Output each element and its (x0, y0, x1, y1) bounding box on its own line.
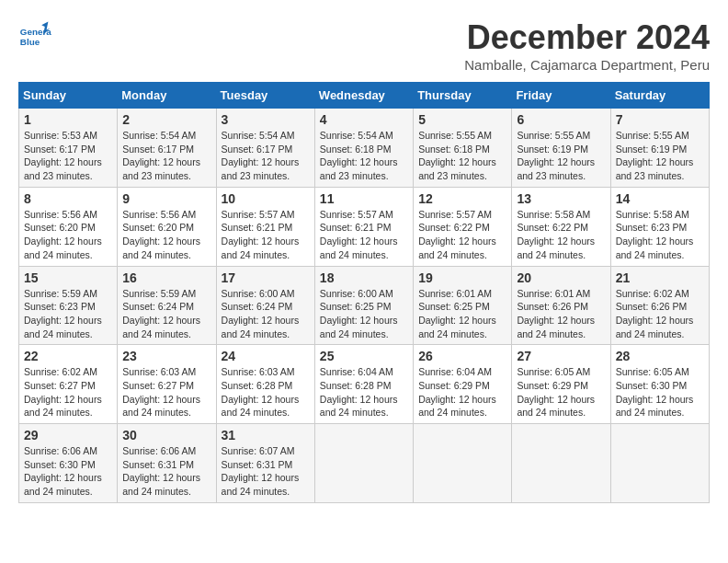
weekday-header-wednesday: Wednesday (314, 83, 413, 109)
calendar-cell: 18Sunrise: 6:00 AMSunset: 6:25 PMDayligh… (314, 266, 413, 345)
calendar-cell: 8Sunrise: 5:56 AMSunset: 6:20 PMDaylight… (19, 187, 118, 266)
calendar-cell: 21Sunrise: 6:02 AMSunset: 6:26 PMDayligh… (610, 266, 709, 345)
day-number: 4 (320, 112, 408, 127)
calendar-table: SundayMondayTuesdayWednesdayThursdayFrid… (18, 82, 710, 503)
day-number: 16 (122, 270, 210, 285)
day-info: Sunrise: 5:54 AMSunset: 6:17 PMDaylight:… (222, 129, 310, 183)
calendar-cell: 31Sunrise: 6:07 AMSunset: 6:31 PMDayligh… (216, 424, 314, 503)
day-info: Sunrise: 6:07 AMSunset: 6:31 PMDaylight:… (222, 444, 310, 499)
day-number: 27 (517, 349, 605, 363)
weekday-header-row: SundayMondayTuesdayWednesdayThursdayFrid… (19, 83, 710, 109)
calendar-week-3: 15Sunrise: 5:59 AMSunset: 6:23 PMDayligh… (19, 266, 710, 345)
calendar-cell (610, 424, 709, 503)
day-number: 18 (320, 270, 408, 285)
calendar-cell (512, 424, 610, 503)
day-info: Sunrise: 6:04 AMSunset: 6:28 PMDaylight:… (320, 365, 408, 419)
calendar-week-1: 1Sunrise: 5:53 AMSunset: 6:17 PMDaylight… (19, 109, 710, 188)
day-info: Sunrise: 5:56 AMSunset: 6:20 PMDaylight:… (24, 208, 112, 262)
calendar-cell: 11Sunrise: 5:57 AMSunset: 6:21 PMDayligh… (314, 187, 413, 266)
day-number: 29 (24, 428, 112, 442)
calendar-cell: 9Sunrise: 5:56 AMSunset: 6:20 PMDaylight… (118, 187, 216, 266)
day-number: 11 (320, 191, 408, 206)
day-number: 28 (616, 349, 704, 363)
day-number: 7 (616, 112, 704, 127)
day-info: Sunrise: 6:04 AMSunset: 6:29 PMDaylight:… (418, 365, 506, 419)
day-number: 25 (320, 349, 408, 363)
calendar-cell: 28Sunrise: 6:05 AMSunset: 6:30 PMDayligh… (610, 345, 709, 424)
calendar-week-5: 29Sunrise: 6:06 AMSunset: 6:30 PMDayligh… (19, 424, 710, 503)
calendar-cell: 25Sunrise: 6:04 AMSunset: 6:28 PMDayligh… (314, 345, 413, 424)
day-number: 5 (418, 112, 506, 127)
weekday-header-monday: Monday (118, 83, 216, 109)
day-number: 30 (122, 428, 210, 442)
day-info: Sunrise: 5:58 AMSunset: 6:22 PMDaylight:… (517, 208, 605, 262)
day-info: Sunrise: 5:58 AMSunset: 6:23 PMDaylight:… (616, 208, 704, 262)
calendar-cell: 19Sunrise: 6:01 AMSunset: 6:25 PMDayligh… (414, 266, 512, 345)
calendar-cell: 27Sunrise: 6:05 AMSunset: 6:29 PMDayligh… (512, 345, 610, 424)
calendar-cell: 22Sunrise: 6:02 AMSunset: 6:27 PMDayligh… (19, 345, 118, 424)
calendar-cell: 2Sunrise: 5:54 AMSunset: 6:17 PMDaylight… (118, 109, 216, 188)
calendar-cell: 30Sunrise: 6:06 AMSunset: 6:31 PMDayligh… (118, 424, 216, 503)
calendar-cell: 26Sunrise: 6:04 AMSunset: 6:29 PMDayligh… (414, 345, 512, 424)
day-info: Sunrise: 6:02 AMSunset: 6:27 PMDaylight:… (24, 365, 112, 419)
weekday-header-tuesday: Tuesday (216, 83, 314, 109)
day-info: Sunrise: 5:53 AMSunset: 6:17 PMDaylight:… (24, 129, 112, 183)
day-number: 6 (517, 112, 605, 127)
calendar-cell: 20Sunrise: 6:01 AMSunset: 6:26 PMDayligh… (512, 266, 610, 345)
day-info: Sunrise: 6:02 AMSunset: 6:26 PMDaylight:… (616, 287, 704, 341)
day-info: Sunrise: 5:55 AMSunset: 6:19 PMDaylight:… (517, 129, 605, 183)
location-subtitle: Namballe, Cajamarca Department, Peru (464, 57, 710, 73)
calendar-cell: 13Sunrise: 5:58 AMSunset: 6:22 PMDayligh… (512, 187, 610, 266)
day-number: 3 (222, 112, 310, 127)
day-info: Sunrise: 5:57 AMSunset: 6:22 PMDaylight:… (418, 208, 506, 262)
day-info: Sunrise: 5:56 AMSunset: 6:20 PMDaylight:… (122, 208, 210, 262)
month-year-title: December 2024 (464, 18, 710, 57)
day-number: 1 (24, 112, 112, 127)
day-number: 19 (418, 270, 506, 285)
calendar-cell (314, 424, 413, 503)
day-info: Sunrise: 5:54 AMSunset: 6:17 PMDaylight:… (122, 129, 210, 183)
day-info: Sunrise: 5:54 AMSunset: 6:18 PMDaylight:… (320, 129, 408, 183)
day-number: 31 (222, 428, 310, 442)
calendar-cell: 6Sunrise: 5:55 AMSunset: 6:19 PMDaylight… (512, 109, 610, 188)
svg-text:Blue: Blue (20, 37, 40, 47)
day-number: 9 (122, 191, 210, 206)
weekday-header-sunday: Sunday (19, 83, 118, 109)
day-info: Sunrise: 5:57 AMSunset: 6:21 PMDaylight:… (222, 208, 310, 262)
calendar-cell: 17Sunrise: 6:00 AMSunset: 6:24 PMDayligh… (216, 266, 314, 345)
calendar-week-4: 22Sunrise: 6:02 AMSunset: 6:27 PMDayligh… (19, 345, 710, 424)
calendar-cell: 3Sunrise: 5:54 AMSunset: 6:17 PMDaylight… (216, 109, 314, 188)
calendar-cell: 23Sunrise: 6:03 AMSunset: 6:27 PMDayligh… (118, 345, 216, 424)
calendar-cell: 7Sunrise: 5:55 AMSunset: 6:19 PMDaylight… (610, 109, 709, 188)
day-number: 2 (122, 112, 210, 127)
calendar-cell: 12Sunrise: 5:57 AMSunset: 6:22 PMDayligh… (414, 187, 512, 266)
day-info: Sunrise: 6:00 AMSunset: 6:24 PMDaylight:… (222, 287, 310, 341)
day-number: 12 (418, 191, 506, 206)
logo: General Blue (18, 18, 51, 52)
day-info: Sunrise: 5:59 AMSunset: 6:24 PMDaylight:… (122, 287, 210, 341)
day-info: Sunrise: 5:55 AMSunset: 6:18 PMDaylight:… (418, 129, 506, 183)
day-info: Sunrise: 6:00 AMSunset: 6:25 PMDaylight:… (320, 287, 408, 341)
weekday-header-saturday: Saturday (610, 83, 709, 109)
day-number: 15 (24, 270, 112, 285)
day-info: Sunrise: 6:03 AMSunset: 6:28 PMDaylight:… (222, 365, 310, 419)
day-info: Sunrise: 6:01 AMSunset: 6:25 PMDaylight:… (418, 287, 506, 341)
day-info: Sunrise: 6:06 AMSunset: 6:30 PMDaylight:… (24, 444, 112, 499)
day-info: Sunrise: 5:57 AMSunset: 6:21 PMDaylight:… (320, 208, 408, 262)
calendar-cell: 4Sunrise: 5:54 AMSunset: 6:18 PMDaylight… (314, 109, 413, 188)
day-number: 20 (517, 270, 605, 285)
day-number: 14 (616, 191, 704, 206)
day-info: Sunrise: 6:06 AMSunset: 6:31 PMDaylight:… (122, 444, 210, 499)
calendar-cell (414, 424, 512, 503)
day-info: Sunrise: 6:05 AMSunset: 6:30 PMDaylight:… (616, 365, 704, 419)
calendar-cell: 14Sunrise: 5:58 AMSunset: 6:23 PMDayligh… (610, 187, 709, 266)
calendar-cell: 10Sunrise: 5:57 AMSunset: 6:21 PMDayligh… (216, 187, 314, 266)
day-number: 8 (24, 191, 112, 206)
day-number: 24 (222, 349, 310, 363)
calendar-cell: 5Sunrise: 5:55 AMSunset: 6:18 PMDaylight… (414, 109, 512, 188)
calendar-cell: 29Sunrise: 6:06 AMSunset: 6:30 PMDayligh… (19, 424, 118, 503)
calendar-cell: 24Sunrise: 6:03 AMSunset: 6:28 PMDayligh… (216, 345, 314, 424)
day-info: Sunrise: 6:01 AMSunset: 6:26 PMDaylight:… (517, 287, 605, 341)
day-info: Sunrise: 5:55 AMSunset: 6:19 PMDaylight:… (616, 129, 704, 183)
weekday-header-thursday: Thursday (414, 83, 512, 109)
